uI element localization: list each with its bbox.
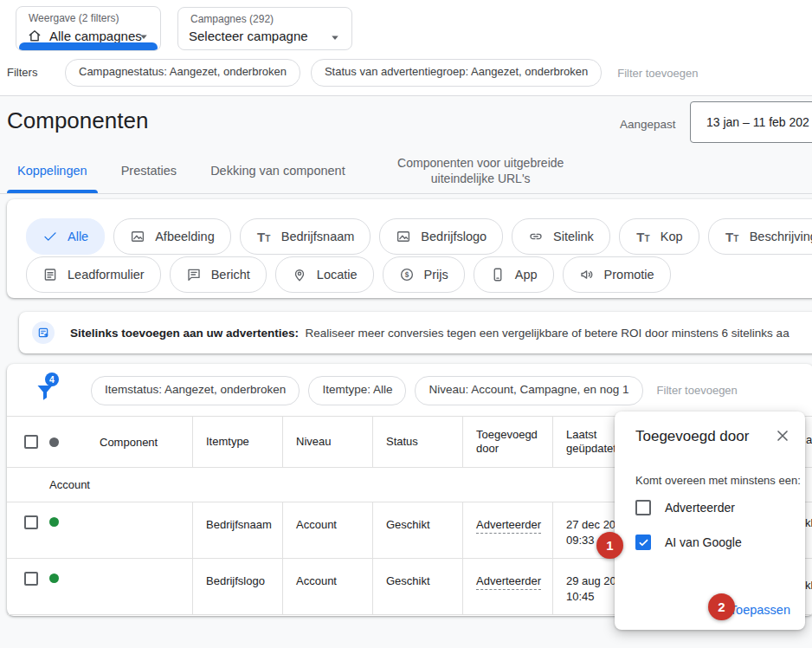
check-icon — [42, 229, 58, 244]
form-icon — [42, 267, 58, 282]
table-filter-chips: Itemstatus: Aangezet, onderbroken Itemty… — [91, 376, 738, 405]
type-chip-bedrijfsnaam[interactable]: TTBedrijfsnaam — [240, 218, 371, 255]
type-chip-row-1: AlleAfbeeldingTTBedrijfsnaamBedrijfslogo… — [26, 218, 812, 255]
type-chip-label: Afbeelding — [155, 230, 215, 243]
page-title: Componenten — [7, 107, 148, 134]
view-selector-active-indicator — [19, 42, 158, 50]
view-selector-label: Weergave (2 filters) — [29, 12, 119, 24]
cell-niveau: Account — [282, 502, 372, 558]
apply-button[interactable]: Toepassen — [730, 603, 790, 617]
popup-title: Toegevoegd door — [635, 428, 749, 445]
tab-prestaties[interactable]: Prestaties — [111, 147, 187, 193]
select-all-checkbox[interactable] — [24, 435, 38, 449]
type-chip-alle[interactable]: Alle — [26, 218, 105, 255]
cell-status: Geschikt — [372, 559, 462, 614]
tabs-divider — [0, 193, 812, 194]
status-dot-column-icon — [49, 437, 59, 447]
pin-icon — [292, 267, 307, 282]
column-header-toegevoegd-door: Toegevoegd door — [476, 428, 539, 456]
type-chip-app[interactable]: App — [474, 256, 554, 293]
banner-text: Sitelinks toevoegen aan uw advertenties:… — [70, 327, 789, 340]
type-chip-label: Prijs — [424, 268, 448, 282]
type-chip-label: Leadformulier — [68, 268, 145, 282]
cell-toegevoegd-door[interactable]: Adverteerder — [476, 518, 541, 534]
row-checkbox[interactable] — [24, 572, 38, 586]
message-icon — [186, 267, 202, 282]
clipped-column-fragment: a — [806, 433, 812, 446]
view-selector[interactable]: Weergave (2 filters) Alle campagnes — [16, 6, 161, 51]
type-chip-promotie[interactable]: Promotie — [563, 256, 671, 293]
cell-status: Geschikt — [372, 502, 462, 558]
option-ai-van-google[interactable]: AI van Google — [635, 535, 742, 550]
tab-strip: Koppelingen Prestaties Dekking van compo… — [7, 147, 593, 193]
phone-icon — [490, 267, 506, 282]
type-chip-label: App — [515, 268, 538, 282]
column-header-niveau: Niveau — [282, 417, 372, 467]
filter-chip-itemstatus[interactable]: Itemstatus: Aangezet, onderbroken — [91, 376, 300, 405]
view-selector-value: Alle campagnes — [49, 29, 142, 43]
type-chip-bericht[interactable]: Bericht — [170, 256, 267, 293]
type-chip-kop[interactable]: TTKop — [619, 218, 699, 255]
type-chip-afbeelding[interactable]: Afbeelding — [113, 218, 231, 255]
type-chip-label: Bericht — [211, 268, 250, 282]
date-range-picker[interactable]: 13 jan – 11 feb 202 — [690, 101, 812, 143]
type-chip-sitelink[interactable]: Sitelink — [512, 218, 610, 255]
tab-dekking-van-component[interactable]: Dekking van component — [200, 147, 356, 193]
type-chip-label: Bedrijfslogo — [421, 230, 487, 243]
campaign-selector[interactable]: Campagnes (292) Selecteer campagne — [177, 7, 352, 50]
status-enabled-dot — [49, 573, 59, 583]
filter-chip-itemtype[interactable]: Itemtype: Alle — [308, 376, 406, 405]
add-filter-button[interactable]: Filter toevoegen — [617, 67, 698, 80]
link-icon — [528, 229, 544, 244]
type-chip-label: Sitelink — [553, 230, 594, 243]
tab-koppelingen[interactable]: Koppelingen — [7, 147, 98, 193]
type-chip-label: Beschrijving — [750, 230, 812, 243]
type-chip-label: Bedrijfsnaam — [281, 230, 355, 243]
type-chip-label: Alle — [68, 230, 88, 243]
table-toolbar: 4 Itemstatus: Aangezet, onderbroken Item… — [7, 364, 812, 416]
image-icon — [130, 229, 145, 244]
clipped-column-fragment: kl — [805, 579, 812, 592]
clipped-column-fragment: kl — [805, 516, 812, 529]
close-icon[interactable] — [774, 427, 791, 444]
google-ads-components-page: Weergave (2 filters) Alle campagnes Camp… — [0, 0, 812, 648]
filters-label: Filters — [7, 66, 37, 79]
cell-itemtype: Bedrijfslogo — [192, 559, 282, 614]
add-table-filter-button[interactable]: Filter toevoegen — [657, 377, 738, 405]
date-range-label: Aangepast — [620, 118, 676, 131]
text-icon: TT — [635, 229, 651, 244]
cell-niveau: Account — [282, 559, 372, 614]
popup-subtitle: Komt overeen met minstens een: — [635, 474, 801, 487]
status-enabled-dot — [49, 517, 59, 527]
option-adverteerder[interactable]: Adverteerder — [635, 500, 735, 515]
cell-itemtype: Bedrijfsnaam — [192, 502, 282, 558]
type-chip-label: Promotie — [604, 268, 654, 282]
column-header-status: Status — [372, 417, 462, 467]
checkbox-unchecked[interactable] — [635, 500, 651, 515]
sitelinks-recommendation-banner[interactable]: Sitelinks toevoegen aan uw advertenties:… — [19, 312, 812, 353]
text-icon: TT — [256, 229, 272, 244]
checkbox-checked[interactable] — [635, 535, 651, 550]
home-icon — [27, 28, 42, 43]
type-chip-bedrijfslogo[interactable]: Bedrijfslogo — [379, 218, 503, 255]
type-chip-locatie[interactable]: Locatie — [275, 256, 374, 293]
column-header-component: Component — [100, 436, 158, 450]
annotation-step-1-badge: 1 — [596, 532, 623, 559]
option-label: AI van Google — [665, 535, 742, 549]
type-chip-beschrijving[interactable]: TTBeschrijving — [708, 218, 812, 255]
tab-componenten-uitgebreide-urls[interactable]: Componenten voor uitgebreide uiteindelij… — [369, 147, 593, 193]
filter-chip-niveau[interactable]: Niveau: Account, Campagne, en nog 1 — [415, 376, 642, 405]
banner-title: Sitelinks toevoegen aan uw advertenties: — [70, 327, 299, 340]
filter-chip-campagnestatus[interactable]: Campagnestatus: Aangezet, onderbroken — [65, 59, 300, 87]
banner-description: Realiseer meer conversies tegen een verg… — [306, 327, 789, 340]
filters-chip-row: Campagnestatus: Aangezet, onderbroken St… — [65, 59, 698, 87]
svg-text:$: $ — [404, 271, 409, 279]
type-chip-leadformulier[interactable]: Leadformulier — [26, 256, 161, 293]
type-chip-prijs[interactable]: $Prijs — [383, 256, 465, 293]
component-type-filter-card: AlleAfbeeldingTTBedrijfsnaamBedrijfslogo… — [7, 199, 812, 298]
row-checkbox[interactable] — [24, 515, 38, 529]
top-bar: Weergave (2 filters) Alle campagnes Camp… — [0, 0, 812, 96]
cell-toegevoegd-door[interactable]: Adverteerder — [476, 574, 541, 590]
filter-chip-advertentiegroep-status[interactable]: Status van advertentiegroep: Aangezet, o… — [311, 59, 602, 87]
annotation-step-2-badge: 2 — [708, 593, 735, 620]
